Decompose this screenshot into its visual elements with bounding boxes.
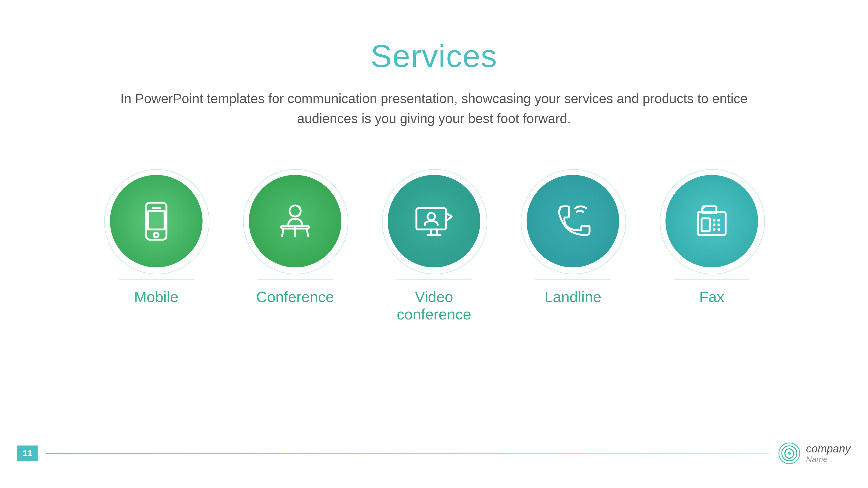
mobile-label: Mobile bbox=[134, 288, 178, 305]
landline-divider bbox=[535, 279, 611, 280]
conference-divider bbox=[257, 279, 333, 280]
service-item-conference: Conference bbox=[243, 175, 347, 305]
video-circle bbox=[388, 175, 480, 267]
svg-marker-14 bbox=[446, 213, 452, 221]
mobile-divider bbox=[119, 279, 194, 280]
conference-circle bbox=[249, 175, 341, 267]
video-icon bbox=[411, 198, 457, 244]
logo-icon bbox=[778, 442, 801, 465]
conference-label: Conference bbox=[256, 288, 334, 305]
company-logo: company Name bbox=[778, 442, 850, 465]
svg-rect-23 bbox=[702, 218, 710, 231]
mobile-icon bbox=[133, 198, 179, 244]
services-row: Mobile Conference bbox=[104, 175, 764, 323]
svg-point-18 bbox=[717, 219, 720, 222]
service-item-mobile: Mobile bbox=[104, 175, 208, 305]
company-name-bottom: Name bbox=[806, 455, 850, 464]
svg-point-17 bbox=[713, 219, 715, 222]
svg-line-6 bbox=[282, 229, 283, 236]
bottom-line bbox=[46, 453, 769, 454]
landline-label: Landline bbox=[545, 288, 601, 305]
svg-line-7 bbox=[307, 229, 308, 236]
company-name-top: company bbox=[806, 443, 850, 455]
fax-label: Fax bbox=[699, 288, 724, 305]
company-text: company Name bbox=[806, 443, 850, 464]
svg-point-2 bbox=[154, 233, 159, 237]
landline-circle bbox=[527, 175, 619, 267]
video-label: Video conference bbox=[382, 288, 486, 323]
landline-icon bbox=[550, 198, 596, 244]
svg-rect-16 bbox=[703, 206, 716, 214]
svg-point-13 bbox=[428, 213, 435, 220]
svg-rect-9 bbox=[416, 208, 446, 230]
slide: Services In PowerPoint templates for com… bbox=[0, 0, 868, 488]
page-title: Services bbox=[371, 38, 497, 74]
subtitle-text: In PowerPoint templates for communicatio… bbox=[116, 89, 752, 129]
svg-rect-0 bbox=[146, 203, 166, 240]
video-divider bbox=[396, 279, 472, 280]
svg-point-20 bbox=[717, 224, 720, 226]
bottom-bar: 11 company Name bbox=[0, 442, 868, 465]
conference-icon bbox=[272, 198, 318, 244]
svg-point-21 bbox=[713, 228, 715, 231]
service-item-fax: Fax bbox=[660, 175, 764, 305]
fax-circle bbox=[665, 175, 758, 267]
svg-rect-5 bbox=[281, 226, 309, 229]
service-item-landline: Landline bbox=[521, 175, 625, 305]
svg-rect-15 bbox=[698, 212, 726, 235]
service-item-video: Video conference bbox=[382, 175, 486, 323]
mobile-circle bbox=[110, 175, 203, 267]
slide-number: 11 bbox=[18, 446, 38, 461]
svg-point-27 bbox=[788, 452, 791, 455]
fax-divider bbox=[674, 279, 749, 280]
svg-point-22 bbox=[717, 228, 720, 231]
svg-point-19 bbox=[713, 224, 715, 226]
fax-icon bbox=[689, 198, 735, 244]
svg-point-4 bbox=[290, 205, 301, 217]
svg-rect-3 bbox=[148, 211, 165, 230]
